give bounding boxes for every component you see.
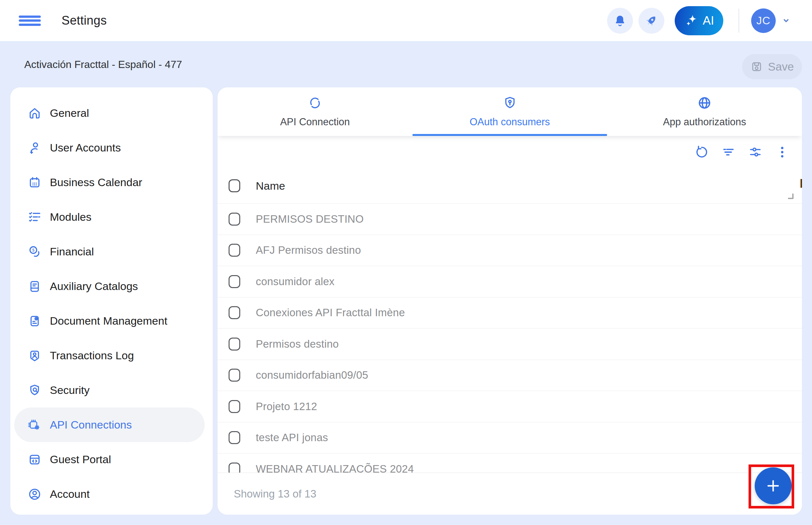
- sidebar-item-label: Financial: [50, 245, 94, 258]
- table-row[interactable]: consumidor alex: [218, 266, 802, 297]
- sidebar-item-account[interactable]: Account: [14, 477, 205, 511]
- sidebar-item-security[interactable]: Security: [14, 373, 205, 407]
- document-icon: [28, 314, 42, 328]
- tab-app-authorizations[interactable]: App authorizations: [607, 87, 802, 136]
- active-tab-underline: [412, 134, 607, 136]
- header-divider: [738, 9, 739, 33]
- select-all-checkbox[interactable]: [228, 179, 240, 192]
- user-add-icon: [28, 141, 42, 155]
- home-icon: [28, 106, 42, 120]
- table-row[interactable]: AFJ Permisos destino: [218, 235, 802, 266]
- row-checkbox[interactable]: [228, 275, 240, 288]
- rocket-icon: [644, 14, 659, 28]
- checklist-icon: [28, 210, 42, 224]
- plus-icon: [764, 477, 782, 495]
- table-row[interactable]: Permisos destino: [218, 328, 802, 360]
- sidebar-item-document-management[interactable]: Document Management: [14, 304, 205, 338]
- guest-portal-icon: [28, 452, 42, 467]
- app-header: Settings: [0, 0, 812, 41]
- sidebar-item-label: Auxiliary Catalogs: [50, 280, 138, 292]
- row-checkbox[interactable]: [228, 431, 240, 444]
- tab-label: API Connection: [280, 116, 350, 128]
- ai-button-label: AI: [703, 14, 714, 28]
- breadcrumb: Activación Fracttal - Español - 477: [24, 58, 182, 70]
- table-row[interactable]: consumidorfabian09/05: [218, 360, 802, 391]
- sidebar-item-label: Document Management: [50, 315, 167, 327]
- row-checkbox[interactable]: [228, 463, 240, 472]
- sidebar-item-label: API Connections: [50, 419, 132, 431]
- sidebar-item-guest-portal[interactable]: Guest Portal: [14, 442, 205, 477]
- sidebar-item-label: Modules: [50, 211, 92, 223]
- sidebar-item-business-calendar[interactable]: Business Calendar: [14, 165, 205, 200]
- table-row[interactable]: WEBNAR ATUALIZAÇÕES 2024: [218, 453, 802, 472]
- sidebar-item-label: Security: [50, 384, 90, 396]
- sidebar-item-transactions-log[interactable]: Transactions Log: [14, 338, 205, 373]
- row-name: teste API jonas: [256, 432, 328, 444]
- table-row[interactable]: Projeto 1212: [218, 391, 802, 422]
- kebab-menu-icon[interactable]: [775, 145, 789, 160]
- chevron-down-icon: [780, 14, 793, 27]
- sparkle-icon: [684, 13, 699, 28]
- save-icon: [750, 60, 763, 73]
- sidebar-item-user-accounts[interactable]: User Accounts: [14, 131, 205, 165]
- table-row[interactable]: PERMISOS DESTINO: [218, 203, 802, 235]
- bell-icon: [613, 14, 627, 28]
- account-circle-icon: [28, 487, 42, 501]
- filter-icon[interactable]: [721, 145, 736, 160]
- avatar: JC: [751, 9, 776, 33]
- sidebar-item-modules[interactable]: Modules: [14, 200, 205, 234]
- row-checkbox[interactable]: [228, 213, 240, 226]
- tab-label: OAuth consumers: [470, 116, 550, 128]
- whats-new-button[interactable]: [638, 8, 664, 34]
- tab-oauth-consumers[interactable]: OAuth consumers: [412, 87, 607, 136]
- table-row[interactable]: Conexiones API Fracttal Imène: [218, 297, 802, 329]
- row-name: consumidor alex: [256, 275, 335, 288]
- table-header: Name: [218, 168, 802, 203]
- catalog-icon: [28, 279, 42, 294]
- table-row[interactable]: teste API jonas: [218, 422, 802, 453]
- sidebar-item-label: Account: [50, 488, 90, 500]
- row-name: PERMISOS DESTINO: [256, 213, 364, 225]
- header-actions: AI JC: [607, 6, 793, 35]
- sidebar-item-general[interactable]: General: [14, 96, 205, 131]
- sidebar-item-label: General: [50, 107, 89, 119]
- row-name: consumidorfabian09/05: [256, 369, 368, 381]
- user-menu[interactable]: JC: [751, 9, 793, 33]
- row-checkbox[interactable]: [228, 338, 240, 350]
- tab-bar: API Connection OAuth consumers App aut: [218, 87, 802, 136]
- column-edge-marker: [800, 179, 802, 188]
- oauth-shield-icon: [502, 95, 517, 110]
- row-checkbox[interactable]: [228, 369, 240, 381]
- menu-icon[interactable]: [19, 16, 41, 26]
- sub-header: Activación Fracttal - Español - 477 Save: [0, 41, 812, 87]
- row-name: Projeto 1212: [256, 400, 317, 413]
- shield-search-icon: [28, 383, 42, 397]
- settings-sidebar: General User Accounts Business Calendar: [10, 87, 213, 515]
- row-checkbox[interactable]: [228, 306, 240, 319]
- sliders-icon[interactable]: [748, 145, 763, 160]
- ai-assistant-button[interactable]: AI: [675, 6, 723, 35]
- save-button[interactable]: Save: [742, 54, 802, 79]
- notifications-button[interactable]: [607, 8, 633, 34]
- row-name: Permisos destino: [256, 338, 339, 350]
- api-connections-panel: API Connection OAuth consumers App aut: [218, 87, 802, 515]
- column-header-name: Name: [256, 180, 285, 192]
- row-checkbox[interactable]: [228, 244, 240, 257]
- sidebar-item-financial[interactable]: $ Financial: [14, 234, 205, 269]
- table-footer: Showing 13 of 13: [218, 472, 802, 515]
- resize-handle[interactable]: [788, 194, 794, 199]
- row-checkbox[interactable]: [228, 400, 240, 413]
- add-button[interactable]: [755, 467, 792, 504]
- refresh-icon[interactable]: [694, 145, 709, 160]
- save-button-label: Save: [768, 60, 794, 73]
- sidebar-item-auxiliary-catalogs[interactable]: Auxiliary Catalogs: [14, 269, 205, 304]
- tab-api-connection[interactable]: API Connection: [218, 87, 412, 136]
- calendar-icon: [28, 176, 42, 190]
- row-name: WEBNAR ATUALIZAÇÕES 2024: [256, 463, 414, 472]
- table-toolbar: [218, 136, 802, 168]
- sidebar-item-label: Business Calendar: [50, 176, 142, 189]
- api-chip-icon: [28, 418, 42, 432]
- svg-text:$: $: [32, 247, 35, 252]
- sidebar-item-label: User Accounts: [50, 141, 121, 154]
- sidebar-item-api-connections[interactable]: API Connections: [14, 407, 205, 442]
